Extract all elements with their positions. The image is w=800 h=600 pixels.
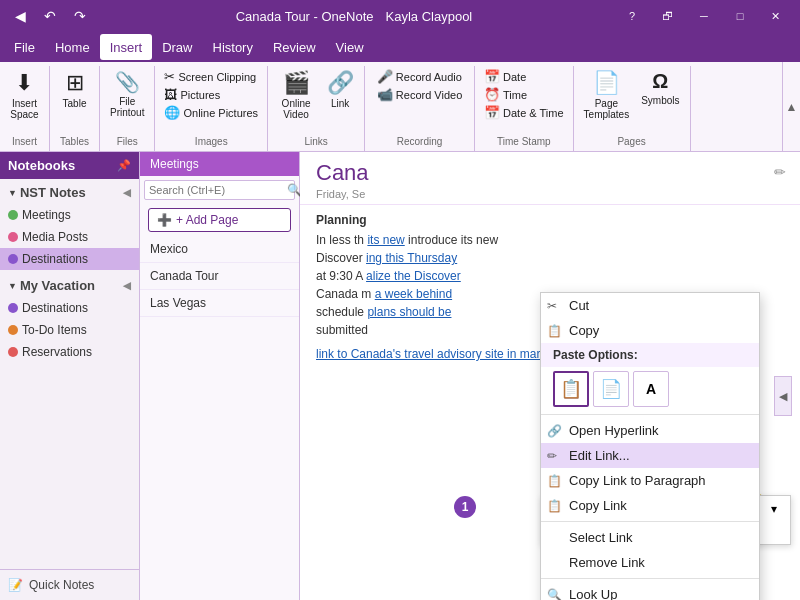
time-label: Time <box>503 89 527 101</box>
notebook2-sidebar-collapse[interactable]: ◀ <box>123 280 131 291</box>
paste-icon-text[interactable]: 📄 <box>593 371 629 407</box>
screen-clipping-button[interactable]: ✂ Screen Clipping <box>161 68 261 85</box>
undo-button[interactable]: ↶ <box>38 4 62 28</box>
online-pictures-label: Online Pictures <box>183 107 258 119</box>
menu-view[interactable]: View <box>326 34 374 60</box>
ribbon-group-content-images: ✂ Screen Clipping 🖼 Pictures 🌐 Online Pi… <box>161 68 261 134</box>
ctx-cut[interactable]: ✂ Cut <box>541 293 759 318</box>
minimize-button[interactable]: ─ <box>688 5 720 27</box>
link-discover[interactable]: alize the Discover <box>366 269 461 283</box>
ctx-look-up[interactable]: 🔍 Look Up <box>541 582 759 600</box>
ribbon-collapse-button[interactable]: ▲ <box>782 62 800 151</box>
redo-button[interactable]: ↷ <box>68 4 92 28</box>
ribbon-group-images: ✂ Screen Clipping 🖼 Pictures 🌐 Online Pi… <box>155 66 268 151</box>
ribbon-group-content-pages: 📄 PageTemplates Ω Symbols <box>580 68 684 134</box>
link-button[interactable]: 🔗 Link <box>322 68 358 128</box>
insert-space-label: InsertSpace <box>10 98 38 120</box>
ctx-copy-link[interactable]: 📋 Copy Link <box>541 493 759 518</box>
table-icon: ⊞ <box>66 70 84 96</box>
main-area: Notebooks 📌 ▼ NST Notes ◀ Meetings Media… <box>0 152 800 600</box>
ctx-select-link[interactable]: Select Link <box>541 525 759 550</box>
copy-link-label: Copy Link <box>569 498 627 513</box>
page-item-las-vegas[interactable]: Las Vegas <box>140 290 299 317</box>
ctx-copy[interactable]: 📋 Copy <box>541 318 759 343</box>
page-item-canada[interactable]: Canada Tour <box>140 263 299 290</box>
link-plans[interactable]: plans should be <box>367 305 451 319</box>
pin-icon[interactable]: 📌 <box>117 159 131 172</box>
paste-icon-clipboard[interactable]: 📋 <box>553 371 589 407</box>
sidebar-item-destinations[interactable]: Destinations <box>0 248 139 270</box>
online-video-label: OnlineVideo <box>282 98 311 120</box>
add-page-button[interactable]: ➕ + Add Page <box>148 208 291 232</box>
quick-notes-link[interactable]: 📝 Quick Notes <box>0 569 139 600</box>
tables-group-label: Tables <box>60 134 89 149</box>
date-time-icon: 📅 <box>484 105 500 120</box>
sidebar-item-destinations2[interactable]: Destinations <box>0 297 139 319</box>
user-name: Kayla Claypool <box>386 9 473 24</box>
ribbon-group-content-timestamp: 📅 Date ⏰ Time 📅 Date & Time <box>481 68 567 134</box>
quicknotes-icon: 📝 <box>8 578 23 592</box>
close-button[interactable]: ✕ <box>760 5 792 27</box>
media-posts-dot <box>8 232 18 242</box>
insert-space-button[interactable]: ⬇ InsertSpace <box>6 68 42 128</box>
maximize-button[interactable]: □ <box>724 5 756 27</box>
ribbon: ⬇ InsertSpace Insert ⊞ Table Tables 📎 Fi… <box>0 62 800 152</box>
date-icon: 📅 <box>484 69 500 84</box>
meetings-tab[interactable]: Meetings <box>140 152 299 176</box>
symbols-button[interactable]: Ω Symbols <box>637 68 683 128</box>
recording-buttons-col: 🎤 Record Audio 📹 Record Video <box>374 68 465 103</box>
record-audio-button[interactable]: 🎤 Record Audio <box>374 68 465 85</box>
ctx-paste-icons: 📋 📄 A <box>541 367 759 411</box>
sidebar-item-meetings[interactable]: Meetings <box>0 204 139 226</box>
sidebar-item-reservations[interactable]: Reservations <box>0 341 139 363</box>
edit-button[interactable]: ✏ <box>768 160 792 184</box>
ctx-open-hyperlink[interactable]: 🔗 Open Hyperlink <box>541 418 759 443</box>
page-templates-icon: 📄 <box>593 70 620 96</box>
online-video-button[interactable]: 🎬 OnlineVideo <box>274 68 318 128</box>
restore-button[interactable]: 🗗 <box>652 5 684 27</box>
more-button[interactable]: ▾ <box>764 499 784 519</box>
search-input[interactable] <box>149 184 287 196</box>
menu-home[interactable]: Home <box>45 34 100 60</box>
link-week[interactable]: a week behind <box>375 287 452 301</box>
file-printout-button[interactable]: 📎 FilePrintout <box>106 68 148 128</box>
sidebar-item-media-posts[interactable]: Media Posts <box>0 226 139 248</box>
menu-draw[interactable]: Draw <box>152 34 202 60</box>
expand-button[interactable]: ◀ <box>774 376 792 416</box>
timestamp-buttons-col: 📅 Date ⏰ Time 📅 Date & Time <box>481 68 567 121</box>
online-pictures-button[interactable]: 🌐 Online Pictures <box>161 104 261 121</box>
link-thursday[interactable]: ing this Thursday <box>366 251 457 265</box>
pictures-button[interactable]: 🖼 Pictures <box>161 86 261 103</box>
ribbon-group-content-recording: 🎤 Record Audio 📹 Record Video <box>374 68 465 134</box>
menu-review[interactable]: Review <box>263 34 326 60</box>
ctx-copy-link-paragraph[interactable]: 📋 Copy Link to Paragraph <box>541 468 759 493</box>
add-page-label: + Add Page <box>176 213 238 227</box>
menu-file[interactable]: File <box>4 34 45 60</box>
link-new[interactable]: its new <box>367 233 404 247</box>
online-pictures-icon: 🌐 <box>164 105 180 120</box>
page-list: Meetings 🔍 ➕ + Add Page Mexico Canada To… <box>140 152 300 600</box>
time-button[interactable]: ⏰ Time <box>481 86 567 103</box>
record-video-button[interactable]: 📹 Record Video <box>374 86 465 103</box>
page-item-mexico[interactable]: Mexico <box>140 236 299 263</box>
ctx-paste-header: Paste Options: <box>541 343 759 367</box>
notebook-sidebar-collapse[interactable]: ◀ <box>123 187 131 198</box>
page-templates-button[interactable]: 📄 PageTemplates <box>580 68 634 128</box>
date-button[interactable]: 📅 Date <box>481 68 567 85</box>
table-button[interactable]: ⊞ Table <box>57 68 93 128</box>
open-hyperlink-label: Open Hyperlink <box>569 423 659 438</box>
notebook2-collapse-icon: ▼ <box>8 281 17 291</box>
titlebar-center: Canada Tour - OneNote Kayla Claypool <box>236 9 473 24</box>
menu-history[interactable]: History <box>203 34 263 60</box>
help-button[interactable]: ? <box>616 5 648 27</box>
date-time-button[interactable]: 📅 Date & Time <box>481 104 567 121</box>
paste-icon-a[interactable]: A <box>633 371 669 407</box>
text-segment-6: submitted <box>316 323 368 337</box>
meetings-dot <box>8 210 18 220</box>
reservations-dot <box>8 347 18 357</box>
sidebar-item-todo[interactable]: To-Do Items <box>0 319 139 341</box>
ctx-remove-link[interactable]: Remove Link <box>541 550 759 575</box>
back-button[interactable]: ◀ <box>8 4 32 28</box>
ctx-edit-link[interactable]: ✏ Edit Link... <box>541 443 759 468</box>
menu-insert[interactable]: Insert <box>100 34 153 60</box>
